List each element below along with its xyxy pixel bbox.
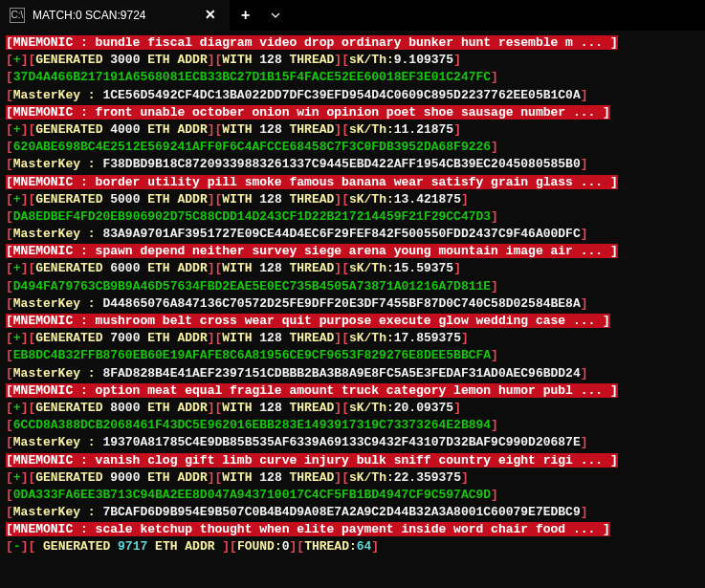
terminal-line: [+][GENERATED 5000 ETH ADDR][WITH 128 TH… bbox=[6, 191, 699, 208]
terminal-line: [MNEMONIC : border utility pill smoke fa… bbox=[6, 174, 699, 191]
terminal-line: [MasterKey : F38DBD9B18C8720933988326133… bbox=[6, 156, 699, 173]
terminal-line: [0DA333FA6EE3B713C94BA2EE8D047A943710017… bbox=[6, 487, 699, 504]
terminal-line: [MNEMONIC : spawn depend neither survey … bbox=[6, 243, 699, 260]
terminal-line: [MNEMONIC : vanish clog gift limb curve … bbox=[6, 452, 699, 469]
terminal-line: [MNEMONIC : mushroom belt cross wear qui… bbox=[6, 313, 699, 330]
terminal-line: [MasterKey : 1CE56D5492CF4DC13BA022DD7DF… bbox=[6, 87, 699, 104]
close-icon[interactable]: ✕ bbox=[201, 6, 220, 25]
terminal-line: [EB8DC4B32FFB8760EB60E19AFAFE8C6A81956CE… bbox=[6, 347, 699, 364]
active-tab[interactable]: C:\ MATCH:0 SCAN:9724 ✕ bbox=[0, 0, 230, 31]
terminal-line: [+][GENERATED 8000 ETH ADDR][WITH 128 TH… bbox=[6, 400, 699, 417]
terminal-output: [MNEMONIC : bundle fiscal diagram video … bbox=[0, 31, 705, 560]
terminal-line: [620ABE698BC4E2512E569241AFF0F6C4AFCCE68… bbox=[6, 139, 699, 156]
terminal-line: [D494FA79763CB9B9A46D57634FBD2EAE5E0EC73… bbox=[6, 278, 699, 295]
terminal-line: [MNEMONIC : option meat equal fragile am… bbox=[6, 382, 699, 400]
terminal-line: [MasterKey : 19370A81785C4E9DB85B535AF63… bbox=[6, 434, 699, 451]
terminal-line: [MNEMONIC : scale ketchup thought when e… bbox=[6, 521, 699, 538]
terminal-line: [37D4A466B217191A6568081ECB33BC27D1B15F4… bbox=[6, 69, 699, 86]
terminal-line: [+][GENERATED 6000 ETH ADDR][WITH 128 TH… bbox=[6, 260, 699, 277]
tab-title: MATCH:0 SCAN:9724 bbox=[33, 8, 193, 24]
terminal-line: [+][GENERATED 9000 ETH ADDR][WITH 128 TH… bbox=[6, 469, 699, 487]
tab-dropdown-button[interactable] bbox=[261, 0, 290, 31]
terminal-line: [MNEMONIC : bundle fiscal diagram video … bbox=[6, 34, 699, 52]
terminal-line: [DA8EDBEF4FD20EB906902D75C88CDD14D243CF1… bbox=[6, 208, 699, 226]
terminal-line: [MNEMONIC : front unable october onion w… bbox=[6, 104, 699, 121]
new-tab-button[interactable]: + bbox=[230, 0, 261, 31]
titlebar: C:\ MATCH:0 SCAN:9724 ✕ + bbox=[0, 0, 705, 31]
terminal-line: [+][GENERATED 7000 ETH ADDR][WITH 128 TH… bbox=[6, 330, 699, 347]
terminal-line: [MasterKey : 8FAD828B4E41AEF2397151CDBBB… bbox=[6, 365, 699, 382]
chevron-down-icon bbox=[271, 11, 280, 20]
terminal-line: [6CCD8A388DCB2068461F43DC5E962016EBB283E… bbox=[6, 417, 699, 434]
terminal-line: [+][GENERATED 4000 ETH ADDR][WITH 128 TH… bbox=[6, 121, 699, 139]
terminal-line: [+][GENERATED 3000 ETH ADDR][WITH 128 TH… bbox=[6, 52, 699, 69]
terminal-icon: C:\ bbox=[10, 8, 25, 23]
terminal-line: [MasterKey : D44865076A847136C70572D25FE… bbox=[6, 295, 699, 313]
terminal-line: [-][ GENERATED 9717 ETH ADDR ][FOUND:0][… bbox=[6, 538, 699, 555]
terminal-line: [MasterKey : 83A9A9701AF3951727E09CE44D4… bbox=[6, 226, 699, 243]
terminal-line: [MasterKey : 7BCAFD6D9B954E9B507C0B4B4D9… bbox=[6, 504, 699, 521]
